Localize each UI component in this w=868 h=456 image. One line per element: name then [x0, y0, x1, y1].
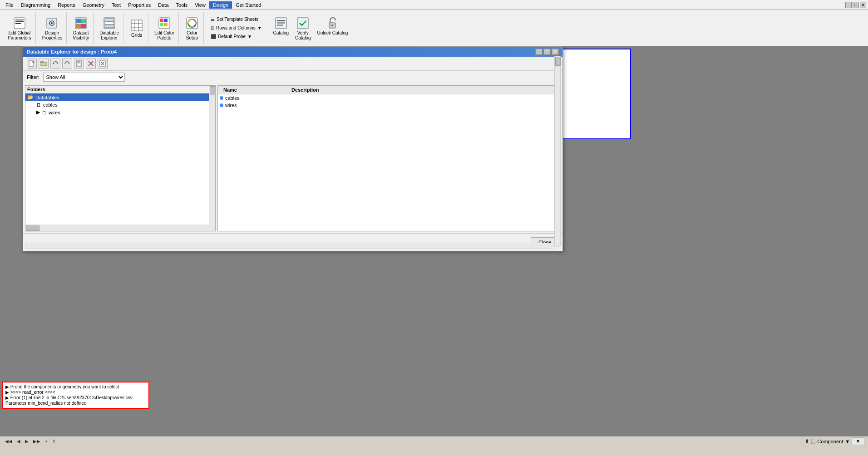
svg-rect-24	[160, 23, 163, 26]
svg-rect-14	[105, 22, 114, 25]
template-icon: ☰	[211, 17, 215, 22]
rows-cols-dropdown-icon: ▼	[257, 25, 262, 30]
menu-text[interactable]: Text	[108, 1, 124, 9]
default-probe-btn[interactable]: ⬛ Default Probe ▼	[207, 33, 265, 40]
folder-open-icon: 📂	[27, 94, 34, 100]
folder-wires-label: wires	[49, 110, 60, 115]
next-page-btn[interactable]: ▶	[24, 438, 30, 444]
svg-rect-30	[277, 22, 285, 24]
error-text-2: ▶ >>>> read_error <<<<	[5, 390, 55, 395]
svg-rect-10	[76, 24, 81, 28]
dialog-extra-btn[interactable]	[98, 59, 108, 69]
catalog-btn[interactable]: Catalog	[271, 15, 291, 37]
toolbar: Edit GlobalParameters DesignProperties	[0, 10, 868, 46]
menu-design[interactable]: Design	[209, 1, 232, 9]
detail-cables-row[interactable]: cables	[218, 94, 560, 102]
dialog-save-btn[interactable]	[74, 59, 84, 69]
cables-dot	[220, 96, 223, 100]
error-line-3: ▶ Error (1) at line 2 in file C:\Users\A…	[5, 395, 146, 400]
svg-rect-23	[164, 19, 168, 22]
menu-data[interactable]: Data	[154, 1, 172, 9]
svg-rect-9	[81, 19, 86, 23]
last-page-btn[interactable]: ▶▶	[32, 438, 42, 444]
restore-window-btn[interactable]: □	[853, 2, 859, 8]
menu-file[interactable]: File	[2, 1, 17, 9]
dialog-new-btn[interactable]	[27, 59, 37, 69]
folder-cables[interactable]: 🗒 cables	[25, 101, 215, 108]
rows-cols-icon: ⊟	[211, 25, 214, 30]
dialog-redo-btn[interactable]	[62, 59, 72, 69]
edit-color-palette-label: Edit ColorPalette	[154, 30, 174, 40]
datatable-explorer-btn[interactable]: DatatableExplorer	[97, 15, 121, 42]
menu-view[interactable]: View	[191, 1, 209, 9]
component-dropdown-icon: ▼	[845, 439, 850, 444]
col-name: Name	[220, 87, 288, 93]
menu-tools[interactable]: Tools	[173, 1, 192, 9]
dialog-close-btn[interactable]: ✕	[552, 49, 559, 55]
menu-diagramming[interactable]: Diagramming	[17, 1, 54, 9]
folder-wires[interactable]: ▶ 🗒 wires	[25, 108, 215, 116]
folder-cables-label: cables	[43, 102, 58, 108]
details-scrollbar[interactable]	[554, 85, 561, 231]
unlock-catalog-btn[interactable]: Unlock Catalog	[315, 15, 350, 37]
rows-and-columns-btn[interactable]: ⊟ Rows and Columns ▼	[207, 24, 265, 32]
grids-icon	[129, 18, 144, 33]
verify-catalog-label: VerifyCatalog	[295, 30, 311, 40]
dialog-minimize-btn[interactable]: _	[535, 49, 542, 55]
close-window-btn[interactable]: ✕	[860, 2, 866, 8]
color-setup-btn[interactable]: ColorSetup	[182, 15, 202, 42]
dialog-undo-btn[interactable]	[50, 59, 60, 69]
dialog-controls: _ □ ✕	[535, 49, 559, 55]
add-page-btn[interactable]: +	[44, 438, 49, 444]
folders-hscrollbar[interactable]	[25, 225, 209, 231]
svg-rect-22	[160, 19, 163, 22]
default-probe-label: Default Probe	[218, 34, 246, 39]
component-icon: ⬚	[811, 438, 815, 444]
folders-hscrollbar-thumb[interactable]	[26, 226, 39, 231]
folder-datatables[interactable]: 📂 Datatables	[25, 93, 215, 101]
folders-pane[interactable]: Folders 📂 Datatables 🗒 cables ▶ 🗒 wires	[25, 85, 216, 231]
rows-and-columns-label: Rows and Columns	[216, 25, 256, 30]
filter-select[interactable]: Show AllTables OnlyViews Only	[43, 73, 125, 82]
menu-geometry[interactable]: Geometry	[79, 1, 108, 9]
dataset-visibility-btn[interactable]: DatasetVisibility	[70, 15, 91, 42]
prev-page-btn[interactable]: ◀	[15, 438, 22, 444]
dialog-restore-btn[interactable]: □	[543, 49, 551, 55]
svg-rect-41	[77, 61, 80, 63]
cursor-icon: ⬆	[805, 438, 809, 444]
minimize-window-btn[interactable]: _	[845, 2, 852, 8]
edit-color-palette-btn[interactable]: Edit ColorPalette	[152, 15, 177, 42]
set-template-sheets-btn[interactable]: ☰ Set Template Sheets	[207, 15, 265, 23]
menu-reports[interactable]: Reports	[54, 1, 79, 9]
edit-global-params-icon	[12, 16, 27, 30]
menu-get-started[interactable]: Get Started	[232, 1, 265, 9]
design-properties-icon	[44, 16, 59, 30]
menu-properties[interactable]: Properties	[124, 1, 154, 9]
catalog-label: Catalog	[273, 30, 289, 35]
dialog-delete-btn[interactable]	[86, 59, 96, 69]
main-canvas-area: ▶▶▶▶ TTTTTTTTT ▶▶ AAAAAAAAA ▶▶▶▶ GGGGGGG…	[0, 46, 868, 436]
verify-catalog-icon	[296, 16, 310, 30]
error-line-1: ▶ Probe the components or geometry you w…	[5, 384, 146, 389]
design-properties-btn[interactable]: DesignProperties	[39, 15, 65, 42]
svg-rect-29	[277, 20, 285, 21]
svg-rect-8	[76, 19, 81, 23]
grids-btn[interactable]: Grids	[127, 17, 146, 39]
svg-point-6	[51, 22, 53, 24]
filter-row: Filter: Show AllTables OnlyViews Only	[23, 71, 562, 83]
detail-wires-row[interactable]: wires	[218, 102, 560, 109]
table-icon-2: 🗒	[42, 110, 47, 115]
verify-catalog-btn[interactable]: VerifyCatalog	[293, 15, 313, 42]
svg-rect-3	[15, 23, 21, 24]
first-page-btn[interactable]: ◀◀	[4, 438, 14, 444]
dialog-title: Datatable Explorer for design : Proto4	[27, 49, 117, 54]
details-pane[interactable]: Name Description cables wires	[217, 85, 561, 231]
folders-scrollbar-thumb[interactable]	[210, 86, 215, 95]
edit-global-params-btn[interactable]: Edit GlobalParameters	[5, 15, 34, 42]
dialog-open-btn[interactable]	[39, 59, 49, 69]
set-template-sheets-label: Set Template Sheets	[217, 17, 258, 22]
component-type-btn[interactable]: ▼	[852, 437, 864, 445]
folders-scrollbar[interactable]	[209, 86, 215, 231]
error-panel: ▶ Probe the components or geometry you w…	[2, 382, 149, 409]
filter-label: Filter:	[27, 74, 39, 80]
